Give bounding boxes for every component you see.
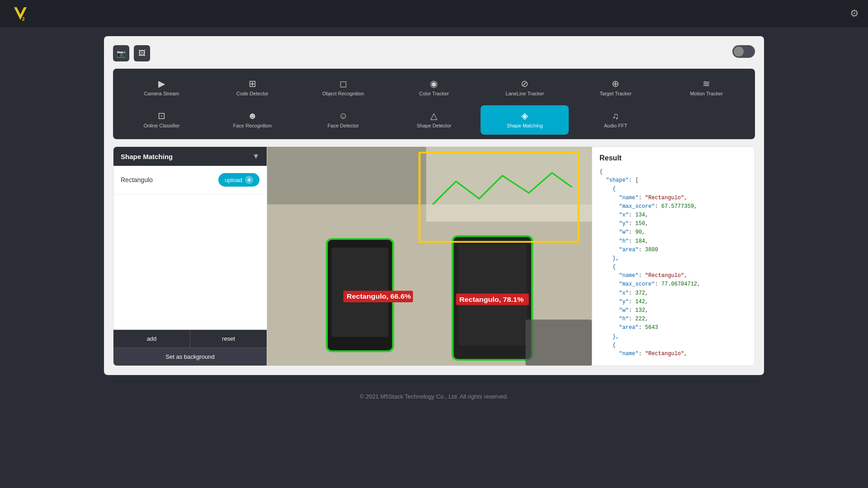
upload-plus-icon: +: [245, 176, 253, 184]
nav-item-shape-detector[interactable]: △ Shape Detector: [390, 105, 478, 135]
nav-item-color-tracker[interactable]: ◉ Color Tracker: [390, 73, 478, 103]
nav-item-motion-tracker[interactable]: ≋ Motion Tracker: [662, 73, 750, 103]
shape-detector-icon: △: [430, 111, 437, 120]
svg-rect-14: [525, 319, 592, 366]
nav-label-shape-matching: Shape Matching: [507, 123, 543, 129]
nav-item-code-detector[interactable]: ⊞ Code Detector: [208, 73, 297, 103]
nav-grid: ▶ Camera Stream ⊞ Code Detector ◻ Object…: [113, 69, 755, 139]
nav-label-object-recognition: Object Recognition: [322, 91, 364, 97]
panel-buttons: add reset Set as background: [113, 329, 267, 366]
nav-item-face-detector[interactable]: ☺ Face Detector: [299, 105, 387, 135]
gear-icon[interactable]: ⚙: [850, 8, 859, 19]
online-classifier-icon: ⊡: [158, 111, 165, 120]
camera-capture-button[interactable]: 📷: [113, 45, 129, 61]
nav-item-face-recognition[interactable]: ☻ Face Recognition: [208, 105, 297, 135]
shape-matching-icon: ◈: [521, 111, 528, 120]
svg-text:Rectangulo, 66.6%: Rectangulo, 66.6%: [347, 293, 411, 300]
detection-overlay: Rectangulo, 66.6% Rectangulo, 78.1%: [267, 147, 592, 366]
audio-fft-icon: ♫: [612, 111, 619, 120]
nav-item-object-recognition[interactable]: ◻ Object Recognition: [299, 73, 387, 103]
face-detector-icon: ☺: [339, 111, 348, 120]
toggle-knob: [734, 47, 744, 56]
upload-button[interactable]: upload +: [218, 173, 259, 187]
result-title: Result: [599, 154, 747, 162]
camera-controls: 📷 🖼: [113, 45, 755, 61]
shape-row: Rectangulo upload +: [113, 166, 267, 194]
svg-marker-0: [14, 7, 27, 20]
nav-label-camera-stream: Camera Stream: [144, 91, 179, 97]
nav-label-audio-fft: Audio FFT: [604, 123, 627, 129]
camera-stream-icon: ▶: [158, 79, 165, 88]
panel-spacer: [113, 194, 267, 329]
nav-item-online-classifier[interactable]: ⊡ Online Classifier: [118, 105, 206, 135]
svg-text:Rectangulo, 78.1%: Rectangulo, 78.1%: [459, 296, 524, 303]
reset-button[interactable]: reset: [190, 330, 267, 347]
topbar: 2 ⚙: [0, 0, 868, 27]
upload-label: upload: [225, 177, 242, 183]
nav-item-camera-stream[interactable]: ▶ Camera Stream: [118, 73, 206, 103]
panel-btn-row: add reset: [113, 330, 267, 347]
shape-name-label: Rectangulo: [121, 176, 153, 183]
nav-item-shape-matching[interactable]: ◈ Shape Matching: [481, 105, 569, 135]
nav-label-target-tracker: Target Tracker: [600, 91, 632, 97]
panel-collapse-arrow[interactable]: ▼: [252, 152, 259, 160]
image-gallery-button[interactable]: 🖼: [134, 45, 150, 61]
panel-header: Shape Matching ▼: [113, 147, 267, 166]
set-background-button[interactable]: Set as background: [113, 347, 267, 366]
nav-item-target-tracker[interactable]: ⊕ Target Tracker: [571, 73, 660, 103]
content-area: Shape Matching ▼ Rectangulo upload + add…: [113, 146, 755, 366]
object-recognition-icon: ◻: [340, 79, 347, 88]
laneline-tracker-icon: ⊘: [521, 79, 528, 88]
nav-label-face-recognition: Face Recognition: [233, 123, 272, 129]
result-json: { "shape": [ { "name": "Rectangulo", "ma…: [599, 168, 747, 358]
logo: 2: [9, 2, 32, 25]
video-area: Rectangulo, 66.6% Rectangulo, 78.1%: [267, 147, 592, 366]
nav-item-laneline-tracker[interactable]: ⊘ LaneLine Tracker: [481, 73, 569, 103]
main-container: 📷 🖼 ▶ Camera Stream ⊞ Code Detector ◻ Ob…: [104, 36, 764, 375]
panel-title: Shape Matching: [121, 153, 173, 160]
color-tracker-icon: ◉: [430, 79, 438, 88]
svg-text:2: 2: [22, 17, 25, 22]
motion-tracker-icon: ≋: [703, 79, 710, 88]
target-tracker-icon: ⊕: [612, 79, 619, 88]
nav-label-code-detector: Code Detector: [236, 91, 269, 97]
footer: © 2021 M5Stack Technology Co., Ltd. All …: [0, 384, 868, 409]
face-recognition-icon: ☻: [248, 111, 257, 120]
code-detector-icon: ⊞: [249, 79, 256, 88]
nav-label-motion-tracker: Motion Tracker: [690, 91, 723, 97]
nav-label-online-classifier: Online Classifier: [143, 123, 179, 129]
add-button[interactable]: add: [113, 330, 190, 347]
nav-label-laneline-tracker: LaneLine Tracker: [505, 91, 544, 97]
left-panel: Shape Matching ▼ Rectangulo upload + add…: [113, 147, 267, 366]
nav-label-color-tracker: Color Tracker: [419, 91, 449, 97]
nav-label-shape-detector: Shape Detector: [417, 123, 451, 129]
nav-label-face-detector: Face Detector: [328, 123, 359, 129]
right-panel: Result { "shape": [ { "name": "Rectangul…: [592, 147, 755, 366]
nav-item-audio-fft[interactable]: ♫ Audio FFT: [571, 105, 660, 135]
footer-text: © 2021 M5Stack Technology Co., Ltd. All …: [360, 393, 509, 400]
toggle-switch[interactable]: [732, 45, 755, 58]
